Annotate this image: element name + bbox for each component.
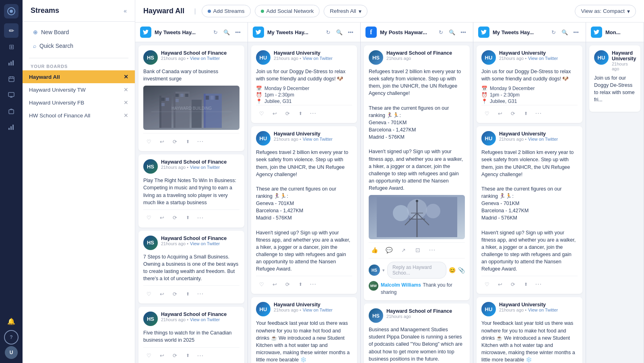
- tweet-share-s2p2[interactable]: ⬆: [295, 279, 306, 289]
- tweet-heart-s4p2[interactable]: ♡: [481, 279, 493, 289]
- tweet-retweet-s2p1[interactable]: ⟳: [282, 109, 293, 118]
- fb-more-s3p1[interactable]: ···: [427, 245, 438, 255]
- tweet-share-s4p1[interactable]: ⬆: [520, 109, 531, 118]
- stream-2-refresh[interactable]: ↻: [323, 27, 333, 37]
- nav-help[interactable]: ?: [4, 330, 19, 345]
- tweet-link-s1p4[interactable]: View on Twitter: [190, 317, 220, 322]
- tweet-share-s4p2[interactable]: ⬆: [520, 279, 531, 289]
- nav-calendar[interactable]: [4, 72, 19, 86]
- nav-grid[interactable]: ⊞: [4, 39, 19, 54]
- tweet-link-s1p3[interactable]: View on Twitter: [190, 241, 220, 246]
- board-close-hayward-university-fb[interactable]: ✕: [124, 99, 128, 106]
- tweet-share-s2p1[interactable]: ⬆: [295, 109, 306, 118]
- tweet-reply-s4p2[interactable]: ↩: [494, 279, 506, 289]
- tweet-reply-s1p1[interactable]: ↩: [156, 137, 167, 146]
- tweet-retweet-s1p1[interactable]: ⟳: [169, 137, 180, 146]
- tweet-retweet-s4p1[interactable]: ⟳: [507, 109, 518, 118]
- stream-1-refresh[interactable]: ↻: [211, 27, 220, 37]
- tweet-heart-s2p2[interactable]: ♡: [256, 279, 267, 289]
- board-item-hw-school-finance[interactable]: HW School of Finance All ✕: [23, 109, 135, 122]
- tweet-retweet-s2p2[interactable]: ⟳: [282, 279, 293, 289]
- stream-2-search[interactable]: 🔍: [334, 27, 344, 37]
- view-as-button[interactable]: View as: Compact ▾: [575, 5, 636, 18]
- board-close-hayward-all[interactable]: ✕: [124, 74, 128, 80]
- tweet-reply-s2p1[interactable]: ↩: [269, 109, 280, 118]
- tweet-meta-s1p2: Hayward School of Finance 21hours ago • …: [161, 159, 239, 170]
- fb-share-s3p1[interactable]: ↗: [398, 245, 409, 255]
- fb-emoji-icon[interactable]: 😊: [449, 267, 456, 273]
- fb-text-s3p2: Business and Management Studies student …: [369, 326, 465, 363]
- tweet-heart-s1p3[interactable]: ♡: [143, 289, 155, 299]
- tweet-link-s2p3[interactable]: View on Twitter: [303, 308, 332, 312]
- stream-3-search[interactable]: 🔍: [447, 27, 457, 37]
- board-item-hayward-university-tw[interactable]: Hayward University TW ✕: [23, 83, 135, 96]
- stream-3-refresh[interactable]: ↻: [436, 27, 446, 37]
- board-item-hayward-all[interactable]: Hayward All ✕: [23, 70, 135, 83]
- tweet-more-s4p1[interactable]: ···: [533, 109, 544, 118]
- tweet-link-s4p1[interactable]: View on Twitter: [528, 56, 558, 61]
- fb-bookmark-s3p1[interactable]: ⊡: [412, 245, 423, 255]
- nav-compose[interactable]: ✏: [4, 23, 19, 38]
- nav-monitor[interactable]: [4, 88, 19, 102]
- tweet-more-s4p2[interactable]: ···: [533, 279, 544, 289]
- tweet-more-s1p1[interactable]: ···: [195, 137, 206, 146]
- tweet-heart-s1p2[interactable]: ♡: [143, 213, 155, 223]
- tweet-share-s1p1[interactable]: ⬆: [182, 137, 193, 146]
- tweet-link-s2p2[interactable]: View on Twitter: [303, 137, 332, 142]
- nav-bag[interactable]: [4, 104, 19, 118]
- tweet-link-s2p1[interactable]: View on Twitter: [303, 56, 332, 61]
- stream-3-more[interactable]: •••: [458, 27, 468, 37]
- tweet-share-s1p4[interactable]: ⬆: [182, 351, 193, 361]
- tweet-header-s4p3: HU Hayward University 21hours ago • View…: [481, 302, 578, 316]
- tweet-actions-s2p2: ♡ ↩ ⟳ ⬆ ···: [256, 276, 352, 289]
- stream-4-more[interactable]: •••: [571, 27, 581, 37]
- tweet-link-s4p3[interactable]: View on Twitter: [528, 308, 558, 312]
- tweet-more-s1p4[interactable]: ···: [195, 351, 206, 361]
- stream-2-more[interactable]: •••: [346, 27, 355, 37]
- tweet-reply-s1p2[interactable]: ↩: [156, 213, 167, 223]
- tweet-reply-s1p3[interactable]: ↩: [156, 289, 167, 299]
- stream-4-search[interactable]: 🔍: [560, 27, 570, 37]
- tweet-retweet-s1p2[interactable]: ⟳: [169, 213, 180, 223]
- add-social-network-button[interactable]: Add Social Network: [255, 5, 320, 17]
- tweet-reply-s4p1[interactable]: ↩: [494, 109, 506, 118]
- quick-search-button[interactable]: ⌕ Quick Search: [29, 40, 128, 51]
- tweet-reply-s2p2[interactable]: ↩: [269, 279, 280, 289]
- stream-1-search[interactable]: 🔍: [222, 27, 231, 37]
- add-streams-button[interactable]: Add Streams: [202, 5, 251, 17]
- fb-comment-s3p1[interactable]: 💬: [383, 245, 394, 255]
- tweet-retweet-s1p4[interactable]: ⟳: [169, 351, 180, 361]
- nav-bell[interactable]: 🔔: [4, 314, 19, 328]
- tweet-retweet-s4p2[interactable]: ⟳: [507, 279, 518, 289]
- tweet-link-s4p2[interactable]: View on Twitter: [528, 137, 558, 142]
- tweet-share-s1p2[interactable]: ⬆: [182, 213, 193, 223]
- tweet-reply-s1p4[interactable]: ↩: [156, 351, 167, 361]
- fb-reply-input[interactable]: Reply as Hayward Schoo...: [387, 262, 446, 279]
- board-item-hayward-university-fb[interactable]: Hayward University FB ✕: [23, 96, 135, 109]
- nav-bar-chart[interactable]: [4, 120, 19, 134]
- tweet-heart-s1p4[interactable]: ♡: [143, 351, 155, 361]
- fb-commenter-name[interactable]: Malcolm Williams: [381, 282, 421, 288]
- tweet-more-s2p1[interactable]: ···: [308, 109, 319, 118]
- tweet-link-s1p2[interactable]: View on Twitter: [190, 165, 220, 170]
- board-close-hayward-university-tw[interactable]: ✕: [124, 86, 128, 93]
- tweet-heart-s1p1[interactable]: ♡: [143, 137, 155, 146]
- tweet-link-s1p1[interactable]: View on Twitter: [190, 56, 220, 61]
- fb-like-s3p1[interactable]: 👍: [369, 245, 380, 255]
- new-board-button[interactable]: ⊕ New Board: [29, 27, 128, 38]
- refresh-all-button[interactable]: Refresh All ▾: [324, 5, 367, 18]
- collapse-button[interactable]: «: [124, 8, 127, 14]
- nav-analytics[interactable]: [4, 55, 19, 70]
- tweet-retweet-s1p3[interactable]: ⟳: [169, 289, 180, 299]
- tweet-more-s1p3[interactable]: ···: [195, 289, 206, 299]
- tweet-heart-s2p1[interactable]: ♡: [256, 109, 267, 118]
- tweet-share-s1p3[interactable]: ⬆: [182, 289, 193, 299]
- tweet-more-s2p2[interactable]: ···: [308, 279, 319, 289]
- tweet-more-s1p2[interactable]: ···: [195, 213, 206, 223]
- stream-4-refresh[interactable]: ↻: [549, 27, 558, 37]
- board-close-hw-school-finance[interactable]: ✕: [124, 112, 128, 119]
- user-avatar[interactable]: U: [5, 346, 18, 359]
- stream-1-more[interactable]: •••: [233, 27, 243, 37]
- fb-attach-icon[interactable]: 📎: [458, 267, 465, 273]
- tweet-heart-s4p1[interactable]: ♡: [481, 109, 493, 118]
